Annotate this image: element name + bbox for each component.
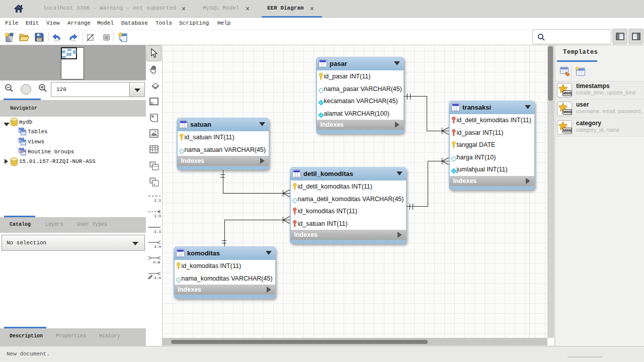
svg-text:n:m: n:m [153,260,160,264]
svg-text:1:n: 1:n [154,214,161,218]
svg-text:N: N [151,115,154,118]
svg-text:L: L [151,102,152,105]
svg-text:1:n: 1:n [154,276,161,280]
svg-text:1:n: 1:n [154,244,161,249]
svg-text:1:1: 1:1 [154,198,161,203]
svg-text:1:1: 1:1 [154,229,161,234]
